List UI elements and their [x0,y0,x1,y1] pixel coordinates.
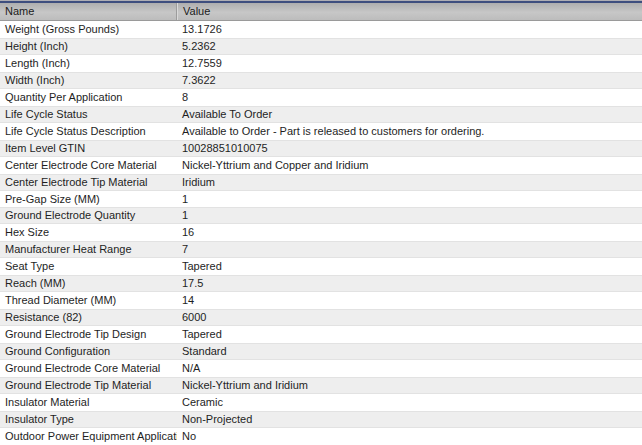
attribute-name: Resistance (82) [0,309,177,326]
attribute-value: No [177,428,642,445]
attribute-value: Nickel-Yttrium and Iridium [177,377,642,394]
attribute-name: Seat Type [0,258,177,275]
attribute-value: N/A [177,360,642,377]
attribute-name: Outdoor Power Equipment Application [0,428,177,445]
table-row[interactable]: Resistance (82) 6000 [0,309,642,326]
attribute-value: 14 [177,292,642,309]
attribute-name: Center Electrode Tip Material [0,174,177,191]
attribute-name: Width (Inch) [0,72,177,89]
table-row[interactable]: Ground Configuration Standard [0,343,642,360]
attribute-value: 10028851010075 [177,140,642,157]
table-row[interactable]: Thread Diameter (MM) 14 [0,292,642,309]
attribute-name: Life Cycle Status Description [0,123,177,140]
table-row[interactable]: Center Electrode Tip Material Iridium [0,174,642,191]
attribute-value: 7.3622 [177,72,642,89]
attribute-name: Reach (MM) [0,275,177,292]
table-row[interactable]: Ground Electrode Tip Design Tapered [0,326,642,343]
table-row[interactable]: Ground Electrode Tip Material Nickel-Ytt… [0,377,642,394]
table-row[interactable]: Height (Inch) 5.2362 [0,38,642,55]
table-row[interactable]: Reach (MM) 17.5 [0,275,642,292]
attribute-value: Nickel-Yttrium and Copper and Iridium [177,157,642,174]
column-header-name[interactable]: Name [0,3,176,20]
attribute-value: Iridium [177,174,642,191]
attribute-value: 5.2362 [177,38,642,55]
attribute-value: 13.1726 [177,21,642,38]
attribute-value: Tapered [177,326,642,343]
attribute-name: Length (Inch) [0,55,177,72]
attribute-name: Life Cycle Status [0,106,177,123]
attribute-name: Weight (Gross Pounds) [0,21,177,38]
attribute-name: Manufacturer Heat Range [0,241,177,258]
attribute-name: Pre-Gap Size (MM) [0,191,177,208]
attribute-value: Ceramic [177,394,642,411]
table-header: Name Value [0,3,642,21]
table-row[interactable]: Ground Electrode Quantity 1 [0,207,642,224]
attribute-value: 1 [177,191,642,208]
table-row[interactable]: Pre-Gap Size (MM) 1 [0,191,642,208]
table-row[interactable]: Length (Inch) 12.7559 [0,55,642,72]
attribute-name: Thread Diameter (MM) [0,292,177,309]
table-row[interactable]: Hex Size 16 [0,224,642,241]
attribute-name: Ground Electrode Tip Material [0,377,177,394]
attribute-name: Hex Size [0,224,177,241]
attribute-name: Ground Electrode Core Material [0,360,177,377]
table-row[interactable]: Center Electrode Core Material Nickel-Yt… [0,157,642,174]
table-row[interactable]: Life Cycle Status Description Available … [0,123,642,140]
attribute-name: Item Level GTIN [0,140,177,157]
attribute-value: 1 [177,207,642,224]
table-row[interactable]: Seat Type Tapered [0,258,642,275]
table-row[interactable]: Width (Inch) 7.3622 [0,72,642,89]
table-row[interactable]: Manufacturer Heat Range 7 [0,241,642,258]
table-body: Weight (Gross Pounds) 13.1726 Height (In… [0,21,642,445]
table-row[interactable]: Outdoor Power Equipment Application No [0,428,642,445]
attribute-name: Height (Inch) [0,38,177,55]
table-row[interactable]: Insulator Type Non-Projected [0,411,642,428]
part-specifications-table: Name Value Weight (Gross Pounds) 13.1726… [0,0,642,445]
attribute-name: Ground Electrode Quantity [0,207,177,224]
table-row[interactable]: Ground Electrode Core Material N/A [0,360,642,377]
attribute-value: 8 [177,89,642,106]
column-header-value[interactable]: Value [177,3,642,20]
attribute-value: 17.5 [177,275,642,292]
attribute-name: Ground Electrode Tip Design [0,326,177,343]
table-row[interactable]: Insulator Material Ceramic [0,394,642,411]
table-row[interactable]: Life Cycle Status Available To Order [0,106,642,123]
attribute-name: Center Electrode Core Material [0,157,177,174]
attribute-name: Insulator Type [0,411,177,428]
attribute-value: 12.7559 [177,55,642,72]
table-row[interactable]: Weight (Gross Pounds) 13.1726 [0,21,642,38]
attribute-name: Quantity Per Application [0,89,177,106]
table-row[interactable]: Item Level GTIN 10028851010075 [0,140,642,157]
attribute-value: Available To Order [177,106,642,123]
attribute-value: 7 [177,241,642,258]
attribute-value: Standard [177,343,642,360]
attribute-value: 6000 [177,309,642,326]
table-row[interactable]: Quantity Per Application 8 [0,89,642,106]
attribute-value: 16 [177,224,642,241]
attribute-value: Non-Projected [177,411,642,428]
attribute-name: Insulator Material [0,394,177,411]
attribute-name: Ground Configuration [0,343,177,360]
attribute-value: Available to Order - Part is released to… [177,123,642,140]
attribute-value: Tapered [177,258,642,275]
